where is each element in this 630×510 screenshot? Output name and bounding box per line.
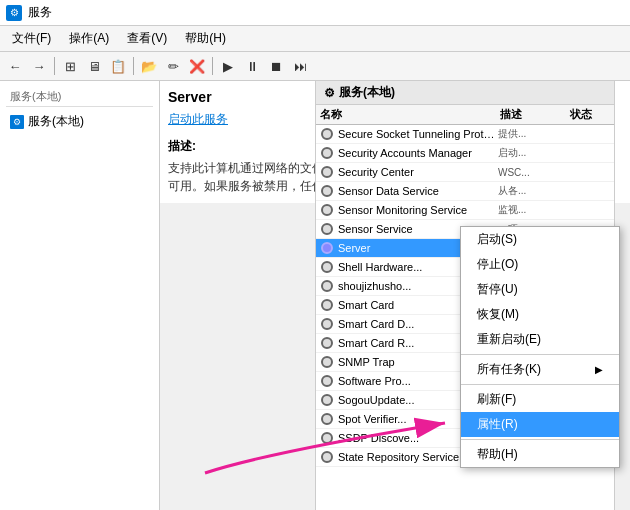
ctx-properties[interactable]: 属性(R): [461, 412, 619, 437]
col-header-status: 状态: [570, 107, 610, 122]
ctx-separator-1: [461, 354, 619, 355]
services-header-label: 服务(本地): [339, 84, 395, 101]
delete-button[interactable]: ❌: [186, 55, 208, 77]
service-gear-icon: [320, 412, 334, 426]
service-gear-icon: [320, 374, 334, 388]
service-gear-icon: [320, 431, 334, 445]
service-desc: 启动...: [498, 146, 570, 160]
title-bar: ⚙ 服务: [0, 0, 630, 26]
service-gear-icon: [320, 393, 334, 407]
ctx-all-tasks[interactable]: 所有任务(K) ▶: [461, 357, 619, 382]
service-row[interactable]: Sensor Monitoring Service 监视...: [316, 201, 614, 220]
menu-help[interactable]: 帮助(H): [177, 28, 234, 49]
ctx-help[interactable]: 帮助(H): [461, 442, 619, 467]
service-gear-icon: [320, 355, 334, 369]
start-service-link[interactable]: 启动此服务: [168, 112, 228, 126]
col-header-name: 名称: [320, 107, 500, 122]
service-row[interactable]: Security Center WSC...: [316, 163, 614, 182]
toolbar-separator-3: [212, 57, 213, 75]
column-headers: 名称 描述 状态: [316, 105, 614, 125]
menu-action[interactable]: 操作(A): [61, 28, 117, 49]
service-name: Security Center: [338, 166, 498, 178]
service-desc: 提供...: [498, 127, 570, 141]
menu-file[interactable]: 文件(F): [4, 28, 59, 49]
service-row[interactable]: Secure Socket Tunneling Protocol... 提供..…: [316, 125, 614, 144]
sensor-data-service-row[interactable]: Sensor Data Service 从各...: [316, 182, 614, 201]
back-button[interactable]: ←: [4, 55, 26, 77]
stop-button[interactable]: ⏹: [265, 55, 287, 77]
app-icon: ⚙: [6, 5, 22, 21]
sidebar-title: 服务(本地): [6, 87, 153, 107]
ctx-pause[interactable]: 暂停(U): [461, 277, 619, 302]
service-gear-icon: [320, 336, 334, 350]
service-gear-icon: [320, 165, 334, 179]
edit-button[interactable]: ✏: [162, 55, 184, 77]
toolbar-separator-1: [54, 57, 55, 75]
ctx-refresh[interactable]: 刷新(F): [461, 387, 619, 412]
toolbar-separator-2: [133, 57, 134, 75]
service-gear-icon: [320, 184, 334, 198]
service-gear-icon: [320, 146, 334, 160]
service-gear-icon: [320, 203, 334, 217]
ctx-start[interactable]: 启动(S): [461, 227, 619, 252]
ctx-separator-3: [461, 439, 619, 440]
context-menu: 启动(S) 停止(O) 暂停(U) 恢复(M) 重新启动(E) 所有任务(K) …: [460, 226, 620, 468]
service-name: Sensor Data Service: [338, 185, 498, 197]
service-gear-icon: [320, 222, 334, 236]
restart-button[interactable]: ⏭: [289, 55, 311, 77]
service-desc: 从各...: [498, 184, 570, 198]
ctx-restart[interactable]: 重新启动(E): [461, 327, 619, 352]
ctx-all-tasks-label: 所有任务(K): [477, 361, 541, 378]
submenu-arrow-icon: ▶: [595, 364, 603, 375]
properties-button[interactable]: 📂: [138, 55, 160, 77]
sidebar-item-services[interactable]: ⚙ 服务(本地): [6, 111, 153, 132]
service-gear-icon: [320, 279, 334, 293]
sidebar: 服务(本地) ⚙ 服务(本地): [0, 81, 160, 510]
menu-bar: 文件(F) 操作(A) 查看(V) 帮助(H): [0, 26, 630, 52]
new-window-button[interactable]: 📋: [107, 55, 129, 77]
service-desc: 监视...: [498, 203, 570, 217]
console-button[interactable]: 🖥: [83, 55, 105, 77]
sidebar-item-label: 服务(本地): [28, 113, 84, 130]
content-wrapper: Server 启动此服务 描述: 支持此计算机通过网络的文件、打印、和命名管道共…: [160, 81, 630, 510]
service-gear-icon: [320, 317, 334, 331]
toolbar: ← → ⊞ 🖥 📋 📂 ✏ ❌ ▶ ⏸ ⏹ ⏭: [0, 52, 630, 81]
start-button[interactable]: ▶: [217, 55, 239, 77]
service-name: Sensor Monitoring Service: [338, 204, 498, 216]
services-panel-header: ⚙ 服务(本地): [316, 81, 614, 105]
main-area: 服务(本地) ⚙ 服务(本地) Server 启动此服务 描述: 支持此计算机通…: [0, 81, 630, 510]
service-gear-icon: [320, 241, 334, 255]
service-gear-icon: [320, 298, 334, 312]
service-name: Secure Socket Tunneling Protocol...: [338, 128, 498, 140]
service-gear-icon: [320, 260, 334, 274]
ctx-stop[interactable]: 停止(O): [461, 252, 619, 277]
services-icon-header: ⚙: [324, 86, 335, 100]
service-name: Security Accounts Manager: [338, 147, 498, 159]
service-gear-icon: [320, 450, 334, 464]
show-hide-button[interactable]: ⊞: [59, 55, 81, 77]
service-gear-icon: [320, 127, 334, 141]
forward-button[interactable]: →: [28, 55, 50, 77]
ctx-separator-2: [461, 384, 619, 385]
window-title: 服务: [28, 4, 52, 21]
ctx-resume[interactable]: 恢复(M): [461, 302, 619, 327]
services-icon: ⚙: [10, 115, 24, 129]
service-row[interactable]: Security Accounts Manager 启动...: [316, 144, 614, 163]
menu-view[interactable]: 查看(V): [119, 28, 175, 49]
col-header-desc: 描述: [500, 107, 570, 122]
pause-button[interactable]: ⏸: [241, 55, 263, 77]
service-desc: WSC...: [498, 167, 570, 178]
